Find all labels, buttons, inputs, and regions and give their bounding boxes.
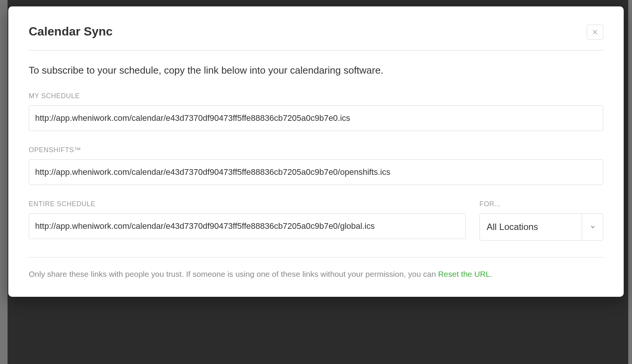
close-icon xyxy=(592,28,598,36)
openshifts-label: OPENSHIFTS™ xyxy=(29,146,603,154)
footer-prefix: Only share these links with people you t… xyxy=(29,270,438,278)
chevron-down-icon xyxy=(582,214,603,240)
background-sliver-left xyxy=(0,0,8,364)
openshifts-url-input[interactable] xyxy=(29,159,603,185)
entire-schedule-url-input[interactable] xyxy=(29,213,466,239)
for-label: FOR... xyxy=(479,200,603,208)
modal-title: Calendar Sync xyxy=(29,25,113,39)
reset-url-link[interactable]: Reset the URL xyxy=(438,270,490,278)
footer-suffix: . xyxy=(490,270,492,278)
close-button[interactable] xyxy=(587,25,603,40)
footer-note: Only share these links with people you t… xyxy=(29,270,603,279)
location-select-value: All Locations xyxy=(480,214,582,240)
divider xyxy=(29,257,603,258)
location-select[interactable]: All Locations xyxy=(479,213,603,241)
entire-schedule-row: ENTIRE SCHEDULE FOR... All Locations xyxy=(29,200,603,241)
background-sliver-right xyxy=(628,0,632,364)
intro-text: To subscribe to your schedule, copy the … xyxy=(29,63,603,77)
my-schedule-url-input[interactable] xyxy=(29,105,603,131)
modal-header: Calendar Sync xyxy=(29,25,603,51)
calendar-sync-modal: Calendar Sync To subscribe to your sched… xyxy=(8,6,624,297)
my-schedule-label: MY SCHEDULE xyxy=(29,92,603,100)
entire-schedule-label: ENTIRE SCHEDULE xyxy=(29,200,466,208)
